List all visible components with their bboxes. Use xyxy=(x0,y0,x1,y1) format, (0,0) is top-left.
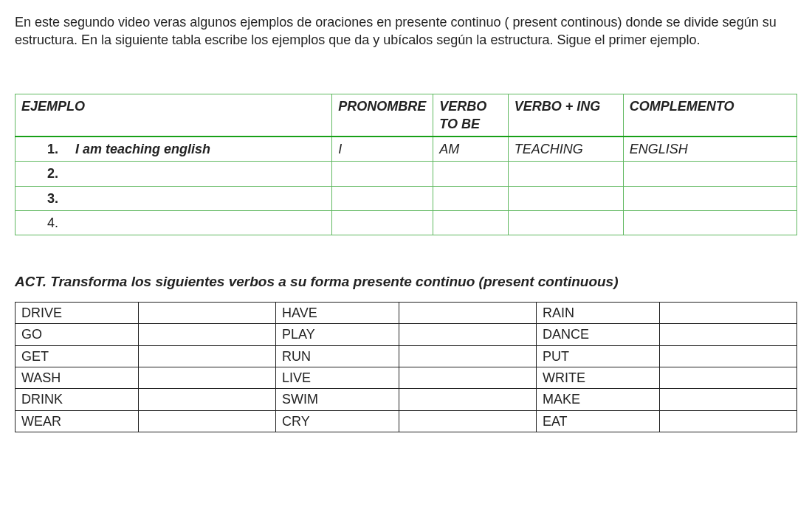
cell-tobe: AM xyxy=(433,137,509,162)
verb-answer-cell[interactable] xyxy=(659,389,796,410)
cell-pronombre[interactable] xyxy=(332,186,433,210)
verb-cell: LIVE xyxy=(275,367,399,388)
cell-complemento[interactable] xyxy=(623,162,796,186)
verb-answer-cell[interactable] xyxy=(399,410,536,432)
verb-cell: GET xyxy=(16,345,139,367)
header-tobe: VERBO TO BE xyxy=(433,94,509,137)
header-ing: VERBO + ING xyxy=(508,94,623,137)
verb-cell: WEAR xyxy=(16,410,139,432)
examples-table: EJEMPLO PRONOMBRE VERBO TO BE VERBO + IN… xyxy=(15,94,797,236)
cell-complemento[interactable] xyxy=(623,211,796,235)
verb-answer-cell[interactable] xyxy=(399,389,536,410)
row-number: 3. xyxy=(21,190,58,207)
intro-paragraph: En este segundo video veras algunos ejem… xyxy=(15,13,797,49)
row-number: 4. xyxy=(21,214,58,232)
verb-answer-cell[interactable] xyxy=(138,345,275,367)
verb-cell: WASH xyxy=(16,367,139,388)
cell-tobe[interactable] xyxy=(433,211,509,235)
verb-cell: CRY xyxy=(275,410,399,432)
cell-tobe[interactable] xyxy=(433,186,509,210)
table-header-row: EJEMPLO PRONOMBRE VERBO TO BE VERBO + IN… xyxy=(16,94,797,137)
header-pronombre: PRONOMBRE xyxy=(332,94,433,137)
verb-cell: SWIM xyxy=(275,389,399,410)
verbs-table: DRIVE HAVE RAIN GO PLAY DANCE GET RUN PU… xyxy=(15,302,797,432)
verb-cell: DRIVE xyxy=(16,303,139,324)
verb-answer-cell[interactable] xyxy=(138,324,275,345)
cell-pronombre[interactable] xyxy=(332,162,433,186)
cell-ing[interactable] xyxy=(508,211,623,235)
cell-tobe[interactable] xyxy=(433,162,509,186)
table-row: 2. xyxy=(16,162,797,186)
verb-cell: PLAY xyxy=(275,324,399,345)
verb-answer-cell[interactable] xyxy=(659,410,796,432)
verb-answer-cell[interactable] xyxy=(659,324,796,345)
example-text: I am teaching english xyxy=(75,142,210,156)
cell-complemento[interactable] xyxy=(623,186,796,210)
header-ejemplo: EJEMPLO xyxy=(16,94,332,137)
activity-heading: ACT. Transforma los siguientes verbos a … xyxy=(15,272,797,291)
verb-cell: WRITE xyxy=(536,367,659,388)
cell-pronombre[interactable] xyxy=(332,211,433,235)
verb-cell: HAVE xyxy=(275,303,399,324)
verb-cell: DANCE xyxy=(536,324,659,345)
table-row: 4. xyxy=(16,211,797,235)
verb-cell: EAT xyxy=(536,410,659,432)
verb-cell: PUT xyxy=(536,345,659,367)
table-row: DRIVE HAVE RAIN xyxy=(16,303,797,324)
table-row: DRINK SWIM MAKE xyxy=(16,389,797,410)
verb-answer-cell[interactable] xyxy=(138,410,275,432)
verb-answer-cell[interactable] xyxy=(659,367,796,388)
table-row: GET RUN PUT xyxy=(16,345,797,367)
cell-complemento: ENGLISH xyxy=(623,137,796,162)
table-row: 1. I am teaching english I AM TEACHING E… xyxy=(16,137,797,162)
header-complemento: COMPLEMENTO xyxy=(623,94,796,137)
verb-answer-cell[interactable] xyxy=(659,303,796,324)
verb-cell: RAIN xyxy=(536,303,659,324)
row-number: 2. xyxy=(21,165,58,182)
verb-answer-cell[interactable] xyxy=(399,367,536,388)
verb-answer-cell[interactable] xyxy=(399,324,536,345)
verb-answer-cell[interactable] xyxy=(138,389,275,410)
cell-ing: TEACHING xyxy=(508,137,623,162)
verb-cell: MAKE xyxy=(536,389,659,410)
row-number: 1. xyxy=(21,140,58,158)
verb-cell: DRINK xyxy=(16,389,139,410)
table-row: WASH LIVE WRITE xyxy=(16,367,797,388)
verb-cell: RUN xyxy=(275,345,399,367)
table-row: 3. xyxy=(16,186,797,210)
table-row: WEAR CRY EAT xyxy=(16,410,797,432)
verb-answer-cell[interactable] xyxy=(399,345,536,367)
cell-ing[interactable] xyxy=(508,162,623,186)
verb-cell: GO xyxy=(16,324,139,345)
verb-answer-cell[interactable] xyxy=(659,345,796,367)
cell-pronombre: I xyxy=(332,137,433,162)
table-row: GO PLAY DANCE xyxy=(16,324,797,345)
verb-answer-cell[interactable] xyxy=(399,303,536,324)
verb-answer-cell[interactable] xyxy=(138,303,275,324)
verb-answer-cell[interactable] xyxy=(138,367,275,388)
cell-ing[interactable] xyxy=(508,186,623,210)
